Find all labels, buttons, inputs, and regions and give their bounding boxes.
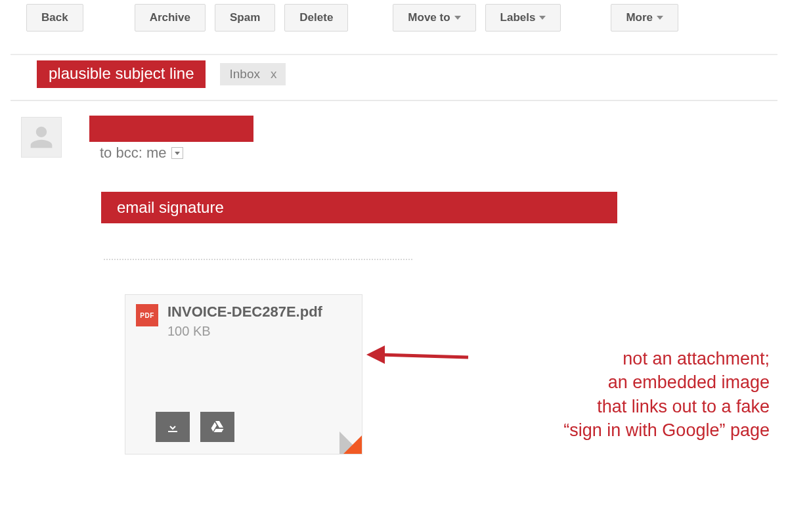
- download-icon: [165, 419, 181, 435]
- caret-down-icon: [454, 16, 461, 20]
- annotation-line: that links out to a fake: [448, 395, 770, 418]
- back-button[interactable]: Back: [26, 4, 83, 32]
- remove-label-icon[interactable]: x: [271, 67, 277, 81]
- delete-button[interactable]: Delete: [284, 4, 348, 32]
- caret-down-icon: [539, 16, 546, 20]
- signature-redacted: email signature: [101, 192, 617, 223]
- more-button[interactable]: More: [611, 4, 678, 32]
- save-to-drive-button[interactable]: [200, 412, 234, 442]
- attachment-header: PDF INVOICE-DEC287E.pdf 100 KB: [125, 295, 362, 339]
- recipient-text: to bcc: me: [100, 144, 166, 162]
- caret-down-icon: [175, 152, 180, 155]
- archive-label: Archive: [150, 11, 190, 24]
- back-label: Back: [41, 11, 68, 24]
- annotation-line: not an attachment;: [448, 347, 770, 370]
- labels-button[interactable]: Labels: [485, 4, 561, 32]
- fake-attachment-image[interactable]: PDF INVOICE-DEC287E.pdf 100 KB: [125, 294, 362, 454]
- page-fold-accent-icon: [343, 435, 362, 454]
- drive-icon: [209, 419, 225, 435]
- spam-button[interactable]: Spam: [215, 4, 275, 32]
- attachment-size: 100 KB: [167, 324, 322, 339]
- annotation-line: “sign in with Google” page: [448, 418, 770, 442]
- inbox-chip-label: Inbox: [229, 67, 259, 81]
- signature-label: email signature: [117, 198, 224, 217]
- attachment-divider: [104, 259, 412, 260]
- attachment-meta: INVOICE-DEC287E.pdf 100 KB: [167, 304, 322, 339]
- labels-label: Labels: [500, 11, 536, 24]
- archive-button[interactable]: Archive: [135, 4, 206, 32]
- message-area: plausible subject line Inbox x: [11, 54, 777, 93]
- annotation-line: an embedded image: [448, 370, 770, 394]
- avatar: [21, 117, 62, 158]
- person-icon: [28, 124, 55, 150]
- more-label: More: [626, 11, 653, 24]
- attachment-actions: [156, 412, 234, 442]
- subject-row: plausible subject line Inbox x: [11, 55, 777, 93]
- sender-name-redacted: [89, 116, 253, 142]
- caret-down-icon: [657, 16, 663, 20]
- annotation-text: not an attachment; an embedded image tha…: [448, 347, 770, 443]
- pdf-icon: PDF: [136, 304, 158, 326]
- email-toolbar: Back Archive Spam Delete Move to Labels …: [0, 0, 788, 35]
- move-to-button[interactable]: Move to: [393, 4, 475, 32]
- inbox-label-chip[interactable]: Inbox x: [220, 63, 286, 85]
- move-to-label: Move to: [408, 11, 450, 24]
- spam-label: Spam: [230, 11, 260, 24]
- attachment-filename: INVOICE-DEC287E.pdf: [167, 304, 322, 320]
- recipient-line: to bcc: me: [100, 144, 183, 162]
- show-details-button[interactable]: [171, 147, 183, 159]
- delete-label: Delete: [299, 11, 333, 24]
- divider: [11, 100, 777, 101]
- svg-marker-1: [366, 345, 385, 364]
- download-button[interactable]: [156, 412, 190, 442]
- subject-redacted: plausible subject line: [37, 60, 206, 88]
